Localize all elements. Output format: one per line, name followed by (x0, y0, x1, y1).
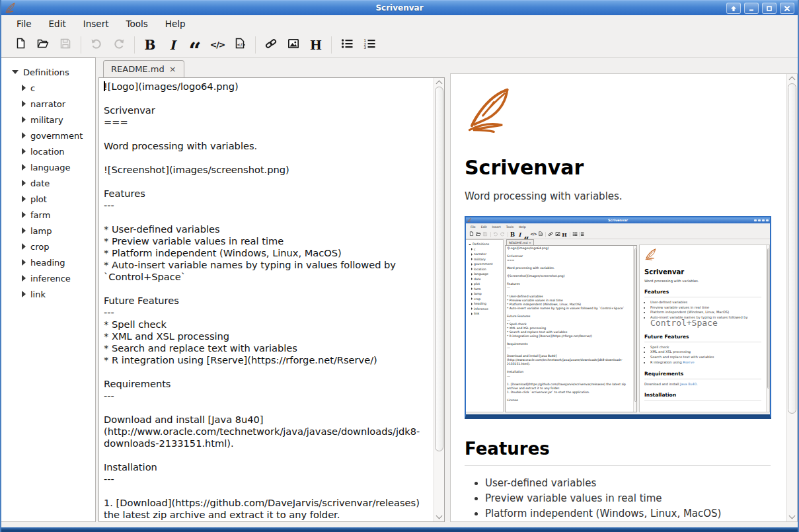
menu-file[interactable]: File (8, 16, 40, 32)
tree-item-heading[interactable]: heading (22, 254, 95, 270)
tree-item-label: military (474, 258, 486, 261)
collapsed-triangle-icon[interactable] (22, 275, 26, 282)
open-file-button[interactable] (34, 35, 52, 55)
scroll-up-icon[interactable] (436, 81, 443, 87)
insert-link-button[interactable] (262, 35, 280, 55)
tab-readme[interactable]: README.md × (103, 60, 184, 77)
preview-link[interactable]: Java 8u40 (680, 382, 697, 386)
collapsed-triangle-icon[interactable] (22, 211, 26, 218)
italic-button[interactable]: I (163, 35, 182, 55)
tree-item-government[interactable]: government (22, 128, 95, 143)
shade-button[interactable] (726, 3, 741, 14)
tree-root-definitions[interactable]: Definitions (12, 64, 95, 80)
insert-image-button[interactable] (284, 35, 303, 55)
toolbar-separator (81, 36, 81, 54)
tree-item-military[interactable]: military (22, 112, 95, 128)
collapsed-triangle-icon[interactable] (22, 291, 26, 297)
blockquote-button[interactable]: “ (186, 35, 204, 55)
new-file-button[interactable] (11, 35, 30, 55)
mini-control-icon (766, 219, 769, 222)
preview-scroll-thumb[interactable] (788, 83, 796, 414)
tree-item-label: government (30, 131, 83, 141)
blockquote-icon: “ (524, 239, 529, 241)
numbered-list-icon: 123 (579, 231, 584, 237)
menu-insert[interactable]: Insert (75, 16, 118, 32)
toolbar: BI“</></>H123 (1, 32, 798, 57)
tree-item-label: link (30, 289, 46, 299)
tree-item-label: date (474, 278, 481, 281)
tree-item-date[interactable]: date (22, 175, 95, 191)
menu-help: Help (516, 225, 528, 229)
collapsed-triangle-icon[interactable] (22, 132, 26, 139)
mini-titlebar: Scrivenvar (466, 217, 770, 223)
definitions-tree: Definitionscnarratormilitarygovernmentlo… (1, 58, 95, 302)
heading-button[interactable]: H (307, 35, 325, 55)
tab-close-icon[interactable]: × (169, 64, 176, 74)
menu-help[interactable]: Help (157, 16, 194, 32)
code-block-button[interactable]: </> (231, 35, 249, 55)
collapsed-triangle-icon[interactable] (22, 180, 26, 186)
tree-root-definitions: Definitions (469, 242, 503, 247)
collapsed-triangle-icon[interactable] (22, 227, 26, 234)
tree-item-label: inference (474, 307, 488, 311)
insert-image-icon (287, 38, 299, 52)
undo-button[interactable] (87, 35, 106, 55)
tree-item-language[interactable]: language (22, 159, 95, 175)
collapsed-triangle-icon[interactable] (22, 148, 26, 155)
preview-bullet-list: User-defined variablesPreview variable v… (644, 300, 761, 328)
mini-window-bottom-border (466, 414, 770, 416)
collapsed-triangle-icon[interactable] (22, 116, 26, 123)
titlebar[interactable]: Scrivenvar (1, 0, 798, 15)
tab-strip: README.md × (98, 57, 445, 77)
scroll-up-icon[interactable] (789, 77, 796, 83)
maximize-button[interactable] (762, 3, 777, 14)
scroll-down-icon[interactable] (789, 513, 796, 519)
tree-item-location[interactable]: location (22, 143, 95, 159)
tree-root-label: Definitions (473, 243, 489, 246)
tree-item-plot[interactable]: plot (22, 191, 95, 207)
main-area: Definitionscnarratormilitarygovernmentlo… (1, 57, 798, 527)
minimize-button[interactable] (744, 3, 759, 14)
editor-scrollbar[interactable] (434, 78, 444, 521)
tree-item-farm[interactable]: farm (22, 207, 95, 223)
tree-item-crop[interactable]: crop (22, 239, 95, 254)
tree-item-government: government (471, 262, 503, 267)
preview-heading-future-features: Future Features (644, 334, 761, 342)
tree-item-lamp[interactable]: lamp (22, 223, 95, 239)
inline-code-button[interactable]: </> (208, 35, 227, 55)
bold-button[interactable]: B (141, 35, 159, 55)
collapsed-triangle-icon[interactable] (22, 100, 26, 107)
scroll-down-icon[interactable] (436, 513, 443, 519)
collapsed-triangle-icon[interactable] (22, 243, 26, 250)
preview-title: Scrivenvar (644, 268, 761, 276)
collapsed-triangle-icon (471, 268, 473, 270)
collapsed-triangle-icon[interactable] (22, 85, 26, 91)
close-button[interactable] (780, 3, 794, 14)
list-item: Auto-insert variable names by typing in … (650, 315, 761, 327)
tree-item-link[interactable]: link (22, 286, 95, 302)
tree-item-label: language (30, 163, 71, 172)
tree-item-inference[interactable]: inference (22, 270, 95, 286)
preview-link[interactable]: Rserve (683, 360, 694, 364)
menu-tools: Tools (504, 225, 516, 229)
numbered-list-button[interactable]: 123 (360, 35, 379, 55)
save-file-button[interactable] (56, 35, 75, 55)
save-file-button (482, 231, 489, 239)
bold-icon: B (145, 37, 156, 53)
collapsed-triangle-icon[interactable] (22, 164, 26, 171)
menu-edit[interactable]: Edit (40, 16, 75, 32)
editor-text[interactable]: ![Logo](images/logo64.png) Scrivenvar ==… (99, 78, 433, 521)
editor-scroll-thumb[interactable] (435, 87, 443, 451)
mini-editor-pane: README.md ×![Logo](images/logo64.png) Sc… (505, 239, 637, 414)
code-block-button: </> (537, 231, 545, 239)
tree-item-c[interactable]: c (22, 80, 95, 96)
tree-item-narrator[interactable]: narrator (22, 96, 95, 112)
bulleted-list-icon (341, 38, 353, 52)
menu-tools[interactable]: Tools (117, 16, 156, 32)
preview-scrollbar[interactable] (786, 74, 797, 521)
bulleted-list-button[interactable] (338, 35, 356, 55)
redo-button[interactable] (110, 35, 128, 55)
collapsed-triangle-icon[interactable] (22, 259, 26, 266)
expanded-triangle-icon[interactable] (12, 70, 19, 74)
collapsed-triangle-icon[interactable] (22, 196, 26, 202)
